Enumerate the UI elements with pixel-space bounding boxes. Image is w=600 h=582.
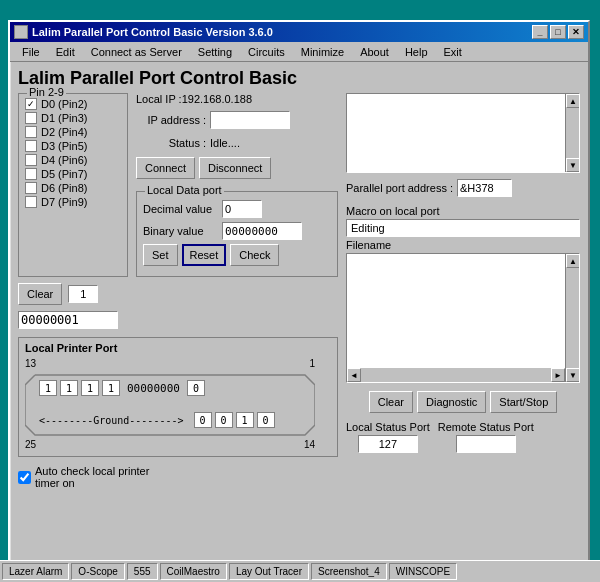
pin-group-label: Pin 2-9 [27, 86, 66, 98]
diagnostic-button[interactable]: Diagnostic [417, 391, 486, 413]
menu-help[interactable]: Help [397, 44, 436, 60]
local-data-port-label: Local Data port [145, 184, 224, 196]
pin-group-box: Pin 2-9 D0 (Pin2) D1 (Pin3) D2 (Pin4) [18, 93, 128, 277]
clear-button[interactable]: Clear [18, 283, 62, 305]
close-btn[interactable]: ✕ [568, 25, 584, 39]
menu-connect-server[interactable]: Connect as Server [83, 44, 190, 60]
ip-address-row: IP address : [136, 111, 338, 129]
macro-filename-label: Filename [346, 239, 580, 251]
top-row: Pin 2-9 D0 (Pin2) D1 (Pin3) D2 (Pin4) [18, 93, 338, 277]
check-button[interactable]: Check [230, 244, 279, 266]
clear-row: Clear [18, 281, 338, 307]
connect-button[interactable]: Connect [136, 157, 195, 179]
ip-label: IP address : [136, 114, 206, 126]
title-bar-left: Lalim Parallel Port Control Basic Versio… [14, 25, 273, 39]
menu-file[interactable]: File [14, 44, 48, 60]
menu-bar: File Edit Connect as Server Setting Circ… [10, 42, 588, 62]
port-bottom-numbers: 25 14 [25, 439, 315, 450]
text-scrollbar: ▲ ▼ [565, 94, 579, 172]
local-status-group: Local Status Port [346, 421, 430, 453]
pin-d2-checkbox[interactable] [25, 126, 37, 138]
reset-button[interactable]: Reset [182, 244, 227, 266]
macro-scroll-right-btn[interactable]: ► [551, 368, 565, 382]
scrollbar-up-btn[interactable]: ▲ [566, 94, 580, 108]
menu-setting[interactable]: Setting [190, 44, 240, 60]
macro-scrollbar-v: ▲ ▼ [565, 254, 579, 382]
macro-scroll-down-btn[interactable]: ▼ [566, 368, 580, 382]
title-bar: Lalim Parallel Port Control Basic Versio… [10, 22, 588, 42]
pin-d3-row: D3 (Pin5) [25, 140, 121, 152]
pin-d0-row: D0 (Pin2) [25, 98, 121, 110]
disconnect-button[interactable]: Disconnect [199, 157, 271, 179]
pin-25-label: 25 [25, 439, 36, 450]
status-row: Status : Idle.... [136, 137, 338, 149]
left-panel: Pin 2-9 D0 (Pin2) D1 (Pin3) D2 (Pin4) [18, 93, 338, 543]
pin-d4-row: D4 (Pin6) [25, 154, 121, 166]
auto-check-checkbox[interactable] [18, 471, 31, 484]
content-area: Pin 2-9 D0 (Pin2) D1 (Pin3) D2 (Pin4) [10, 93, 588, 547]
pin-d2-label: D2 (Pin4) [41, 126, 87, 138]
pin-d6-checkbox[interactable] [25, 182, 37, 194]
pin-d5-label: D5 (Pin7) [41, 168, 87, 180]
maximize-btn[interactable]: □ [550, 25, 566, 39]
taskbar-555[interactable]: 555 [127, 563, 158, 580]
scrollbar-down-btn[interactable]: ▼ [566, 158, 580, 172]
ground-label: <--------Ground--------> [39, 415, 184, 426]
macro-section: Macro on local port Editing Filename ▲ ▼… [346, 205, 580, 383]
app-title: Lalim Parallel Port Control Basic [10, 62, 588, 93]
taskbar-winscope[interactable]: WINSCOPE [389, 563, 457, 580]
pin-d6-row: D6 (Pin8) [25, 182, 121, 194]
pin-d0-checkbox[interactable] [25, 98, 37, 110]
start-stop-button[interactable]: Start/Stop [490, 391, 557, 413]
pin-d3-checkbox[interactable] [25, 140, 37, 152]
parallel-port-input[interactable] [457, 179, 512, 197]
macro-scrollbar-h: ◄ ► [347, 368, 565, 382]
macro-scroll-up-btn[interactable]: ▲ [566, 254, 580, 268]
taskbar-screenshot4[interactable]: Screenshot_4 [311, 563, 387, 580]
auto-check-row: Auto check local printer timer on [18, 461, 338, 493]
macro-scroll-left-btn[interactable]: ◄ [347, 368, 361, 382]
pin-d7-checkbox[interactable] [25, 196, 37, 208]
pin-d1-row: D1 (Pin3) [25, 112, 121, 124]
top-binary-display: 00000000 [127, 382, 180, 395]
pin-d2-row: D2 (Pin4) [25, 126, 121, 138]
parallel-port-row: Parallel port address : [346, 179, 580, 197]
pin-d0-label: D0 (Pin2) [41, 98, 87, 110]
printer-port-title: Local Printer Port [25, 342, 331, 354]
ground-pin-4: 0 [257, 412, 275, 428]
remote-status-input[interactable] [456, 435, 516, 453]
minimize-btn[interactable]: _ [532, 25, 548, 39]
set-button[interactable]: Set [143, 244, 178, 266]
pin-d5-checkbox[interactable] [25, 168, 37, 180]
pin-d3-label: D3 (Pin5) [41, 140, 87, 152]
connector-shape: 1 1 1 1 00000000 0 <--------Ground------… [25, 370, 315, 438]
port-diagram: 13 1 1 1 1 1 [25, 358, 331, 450]
ip-input[interactable] [210, 111, 290, 129]
pin-d1-checkbox[interactable] [25, 112, 37, 124]
taskbar-lazer-alarm[interactable]: Lazer Alarm [2, 563, 69, 580]
right-panel: ▲ ▼ Parallel port address : Macro on loc… [346, 93, 580, 543]
taskbar-coilmaestro[interactable]: CoilMaestro [160, 563, 227, 580]
right-clear-button[interactable]: Clear [369, 391, 413, 413]
title-buttons: _ □ ✕ [532, 25, 584, 39]
menu-circuits[interactable]: Circuits [240, 44, 293, 60]
menu-edit[interactable]: Edit [48, 44, 83, 60]
decimal-input[interactable] [222, 200, 262, 218]
clear-value-input[interactable] [68, 285, 98, 303]
menu-minimize[interactable]: Minimize [293, 44, 352, 60]
local-status-label: Local Status Port [346, 421, 430, 433]
status-label: Status : [136, 137, 206, 149]
bottom-pins-row: <--------Ground--------> 0 0 1 0 [39, 412, 275, 428]
auto-check-label: Auto check local printer timer on [35, 465, 149, 489]
local-status-input[interactable] [358, 435, 418, 453]
network-section: Local IP :192.168.0.188 IP address : Sta… [136, 93, 338, 277]
taskbar-layout-tracer[interactable]: Lay Out Tracer [229, 563, 309, 580]
pin-13-label: 13 [25, 358, 36, 369]
taskbar-oscope[interactable]: O-Scope [71, 563, 124, 580]
menu-exit[interactable]: Exit [436, 44, 470, 60]
pin-d4-checkbox[interactable] [25, 154, 37, 166]
pin-d4-label: D4 (Pin6) [41, 154, 87, 166]
local-ip-display: Local IP :192.168.0.188 [136, 93, 338, 105]
main-window: Lalim Parallel Port Control Basic Versio… [8, 20, 590, 568]
menu-about[interactable]: About [352, 44, 397, 60]
